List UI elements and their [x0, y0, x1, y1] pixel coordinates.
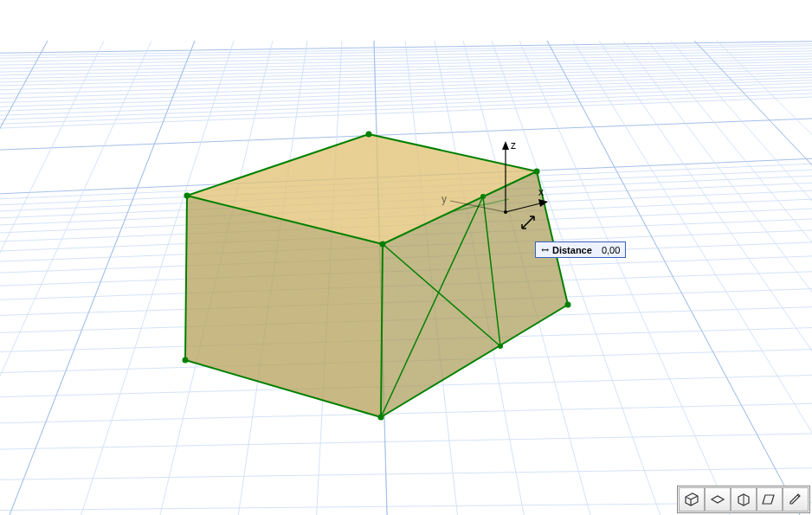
svg-point-88 — [184, 193, 190, 199]
top-view-icon — [709, 492, 726, 507]
front-view-icon — [735, 492, 752, 507]
pencil-icon — [787, 492, 804, 507]
distance-value: 0,00 — [602, 245, 620, 255]
svg-line-62 — [671, 41, 812, 515]
distance-label: Distance — [552, 245, 592, 255]
svg-line-25 — [0, 81, 812, 113]
distance-tooltip: ⤢ Distance 0,00 — [535, 241, 626, 258]
top-view-button[interactable] — [705, 487, 731, 512]
svg-point-95 — [480, 194, 486, 199]
svg-point-93 — [378, 415, 384, 421]
svg-line-70 — [694, 41, 812, 515]
axis-y-label: y — [441, 193, 447, 205]
front-view-button[interactable] — [731, 487, 757, 512]
pencil-button[interactable] — [783, 487, 809, 512]
perspective-view-icon — [683, 492, 700, 507]
svg-line-64 — [717, 41, 812, 515]
svg-line-33 — [0, 61, 812, 80]
svg-point-94 — [565, 302, 571, 308]
side-view-button[interactable] — [757, 487, 783, 512]
svg-line-58 — [573, 41, 812, 515]
svg-point-90 — [534, 169, 540, 175]
svg-point-102 — [504, 210, 507, 214]
svg-marker-98 — [502, 141, 509, 150]
svg-line-69 — [547, 41, 812, 515]
svg-line-21 — [0, 95, 812, 130]
axis-z-label: z — [511, 139, 516, 151]
svg-line-65 — [0, 41, 48, 515]
resize-arrow-icon: ⤢ — [538, 243, 552, 257]
svg-point-89 — [366, 132, 372, 138]
side-view-icon — [761, 492, 778, 507]
svg-line-37 — [0, 50, 812, 66]
view-toolbar — [677, 486, 810, 513]
viewport-3d[interactable]: z x y ⤢ Distance 0,00 — [0, 0, 812, 515]
svg-line-45 — [0, 41, 151, 515]
svg-line-63 — [694, 41, 812, 515]
svg-point-92 — [183, 357, 189, 364]
svg-line-61 — [648, 41, 812, 515]
svg-point-91 — [380, 241, 386, 248]
axis-x-label: x — [538, 186, 544, 198]
scene-svg: z x y — [0, 0, 812, 515]
svg-line-57 — [547, 41, 812, 515]
perspective-view-button[interactable] — [679, 487, 705, 512]
svg-line-2 — [0, 433, 812, 450]
svg-line-27 — [0, 76, 812, 104]
svg-point-96 — [498, 344, 503, 349]
svg-line-3 — [0, 402, 812, 424]
svg-line-71 — [0, 41, 48, 515]
svg-line-1 — [0, 467, 812, 480]
